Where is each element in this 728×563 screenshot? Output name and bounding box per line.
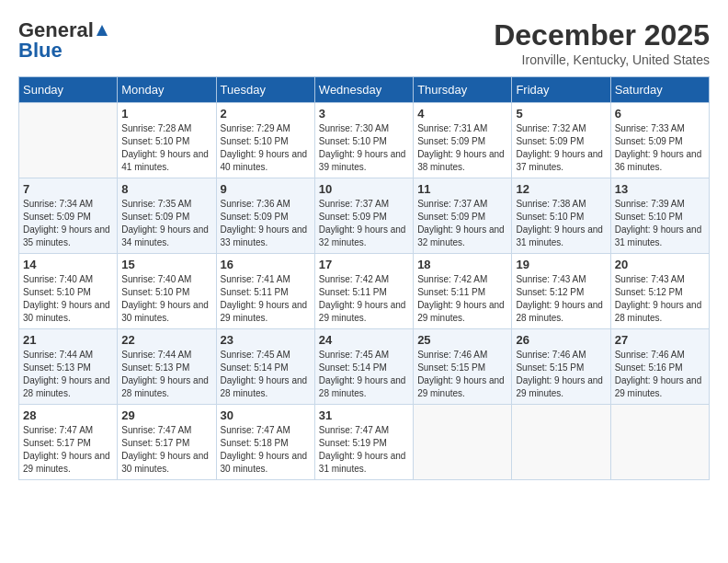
calendar-header-row: SundayMondayTuesdayWednesdayThursdayFrid… xyxy=(19,77,710,103)
day-number: 9 xyxy=(221,182,311,196)
calendar-cell: 15 Sunrise: 7:40 AMSunset: 5:10 PMDaylig… xyxy=(118,254,216,329)
day-number: 16 xyxy=(221,258,311,271)
day-number: 24 xyxy=(319,333,409,347)
day-info: Sunrise: 7:40 AMSunset: 5:10 PMDaylight:… xyxy=(23,274,110,323)
header-wednesday: Wednesday xyxy=(314,77,413,103)
day-info: Sunrise: 7:37 AMSunset: 5:09 PMDaylight:… xyxy=(417,199,505,247)
day-number: 2 xyxy=(221,107,311,121)
day-info: Sunrise: 7:40 AMSunset: 5:10 PMDaylight:… xyxy=(121,274,209,323)
header-tuesday: Tuesday xyxy=(216,77,314,103)
day-info: Sunrise: 7:46 AMSunset: 5:16 PMDaylight:… xyxy=(615,350,702,398)
day-info: Sunrise: 7:30 AMSunset: 5:10 PMDaylight:… xyxy=(319,123,406,172)
calendar-cell: 23 Sunrise: 7:45 AMSunset: 5:14 PMDaylig… xyxy=(216,329,314,405)
day-info: Sunrise: 7:46 AMSunset: 5:15 PMDaylight:… xyxy=(417,350,505,398)
logo-blue-text: Blue xyxy=(18,39,63,63)
day-number: 1 xyxy=(121,107,211,121)
day-info: Sunrise: 7:45 AMSunset: 5:14 PMDaylight:… xyxy=(221,350,308,398)
calendar-cell xyxy=(19,103,118,178)
calendar-cell: 17 Sunrise: 7:42 AMSunset: 5:11 PMDaylig… xyxy=(314,254,413,329)
day-number: 10 xyxy=(319,182,409,196)
day-info: Sunrise: 7:43 AMSunset: 5:12 PMDaylight:… xyxy=(615,274,702,323)
calendar-cell: 28 Sunrise: 7:47 AMSunset: 5:17 PMDaylig… xyxy=(19,405,118,480)
day-info: Sunrise: 7:29 AMSunset: 5:10 PMDaylight:… xyxy=(221,123,308,172)
day-info: Sunrise: 7:47 AMSunset: 5:17 PMDaylight:… xyxy=(121,425,209,474)
day-number: 15 xyxy=(121,258,211,271)
day-number: 19 xyxy=(516,258,606,271)
calendar-cell: 5 Sunrise: 7:32 AMSunset: 5:09 PMDayligh… xyxy=(512,103,610,178)
calendar-cell: 1 Sunrise: 7:28 AMSunset: 5:10 PMDayligh… xyxy=(118,103,216,178)
header-saturday: Saturday xyxy=(610,77,709,103)
calendar-cell: 20 Sunrise: 7:43 AMSunset: 5:12 PMDaylig… xyxy=(610,254,709,329)
calendar-cell: 18 Sunrise: 7:42 AMSunset: 5:11 PMDaylig… xyxy=(414,254,512,329)
page-header: General Blue December 2025 Ironville, Ke… xyxy=(18,18,710,67)
calendar-week-row: 7 Sunrise: 7:34 AMSunset: 5:09 PMDayligh… xyxy=(19,178,710,254)
day-info: Sunrise: 7:46 AMSunset: 5:15 PMDaylight:… xyxy=(516,350,603,398)
day-info: Sunrise: 7:42 AMSunset: 5:11 PMDaylight:… xyxy=(417,274,505,323)
day-number: 29 xyxy=(121,408,211,422)
day-info: Sunrise: 7:47 AMSunset: 5:17 PMDaylight:… xyxy=(23,425,110,474)
calendar-cell: 10 Sunrise: 7:37 AMSunset: 5:09 PMDaylig… xyxy=(314,178,413,254)
day-info: Sunrise: 7:43 AMSunset: 5:12 PMDaylight:… xyxy=(516,274,603,323)
calendar-cell: 31 Sunrise: 7:47 AMSunset: 5:19 PMDaylig… xyxy=(314,405,413,480)
day-number: 31 xyxy=(319,408,409,422)
day-number: 26 xyxy=(516,333,606,347)
day-number: 28 xyxy=(23,408,113,422)
day-number: 21 xyxy=(23,333,113,347)
day-number: 25 xyxy=(417,333,507,347)
calendar-cell: 7 Sunrise: 7:34 AMSunset: 5:09 PMDayligh… xyxy=(19,178,118,254)
day-info: Sunrise: 7:45 AMSunset: 5:14 PMDaylight:… xyxy=(319,350,406,398)
calendar-cell: 19 Sunrise: 7:43 AMSunset: 5:12 PMDaylig… xyxy=(512,254,610,329)
title-area: December 2025 Ironville, Kentucky, Unite… xyxy=(494,18,710,67)
calendar-week-row: 1 Sunrise: 7:28 AMSunset: 5:10 PMDayligh… xyxy=(19,103,710,178)
page-subtitle: Ironville, Kentucky, United States xyxy=(494,52,710,67)
day-number: 18 xyxy=(417,258,507,271)
calendar-cell: 3 Sunrise: 7:30 AMSunset: 5:10 PMDayligh… xyxy=(314,103,413,178)
day-info: Sunrise: 7:33 AMSunset: 5:09 PMDaylight:… xyxy=(615,123,702,172)
day-info: Sunrise: 7:42 AMSunset: 5:11 PMDaylight:… xyxy=(319,274,406,323)
day-info: Sunrise: 7:28 AMSunset: 5:10 PMDaylight:… xyxy=(121,123,209,172)
calendar-table: SundayMondayTuesdayWednesdayThursdayFrid… xyxy=(18,76,710,480)
calendar-week-row: 14 Sunrise: 7:40 AMSunset: 5:10 PMDaylig… xyxy=(19,254,710,329)
calendar-cell: 12 Sunrise: 7:38 AMSunset: 5:10 PMDaylig… xyxy=(512,178,610,254)
calendar-cell: 2 Sunrise: 7:29 AMSunset: 5:10 PMDayligh… xyxy=(216,103,314,178)
day-info: Sunrise: 7:36 AMSunset: 5:09 PMDaylight:… xyxy=(221,199,308,247)
calendar-cell xyxy=(610,405,709,480)
calendar-cell: 11 Sunrise: 7:37 AMSunset: 5:09 PMDaylig… xyxy=(414,178,512,254)
day-number: 3 xyxy=(319,107,409,121)
calendar-cell: 27 Sunrise: 7:46 AMSunset: 5:16 PMDaylig… xyxy=(610,329,709,405)
calendar-cell: 30 Sunrise: 7:47 AMSunset: 5:18 PMDaylig… xyxy=(216,405,314,480)
day-number: 20 xyxy=(615,258,705,271)
day-info: Sunrise: 7:47 AMSunset: 5:18 PMDaylight:… xyxy=(221,425,308,474)
day-info: Sunrise: 7:35 AMSunset: 5:09 PMDaylight:… xyxy=(121,199,209,247)
day-number: 27 xyxy=(615,333,705,347)
calendar-cell: 29 Sunrise: 7:47 AMSunset: 5:17 PMDaylig… xyxy=(118,405,216,480)
day-info: Sunrise: 7:37 AMSunset: 5:09 PMDaylight:… xyxy=(319,199,406,247)
calendar-cell: 22 Sunrise: 7:44 AMSunset: 5:13 PMDaylig… xyxy=(118,329,216,405)
day-info: Sunrise: 7:44 AMSunset: 5:13 PMDaylight:… xyxy=(23,350,110,398)
day-info: Sunrise: 7:32 AMSunset: 5:09 PMDaylight:… xyxy=(516,123,603,172)
calendar-cell: 24 Sunrise: 7:45 AMSunset: 5:14 PMDaylig… xyxy=(314,329,413,405)
calendar-cell: 25 Sunrise: 7:46 AMSunset: 5:15 PMDaylig… xyxy=(414,329,512,405)
day-number: 22 xyxy=(121,333,211,347)
day-number: 17 xyxy=(319,258,409,271)
day-number: 23 xyxy=(221,333,311,347)
day-number: 12 xyxy=(516,182,606,196)
logo-icon xyxy=(95,23,109,38)
header-thursday: Thursday xyxy=(414,77,512,103)
logo: General Blue xyxy=(18,18,110,63)
calendar-week-row: 21 Sunrise: 7:44 AMSunset: 5:13 PMDaylig… xyxy=(19,329,710,405)
calendar-cell: 6 Sunrise: 7:33 AMSunset: 5:09 PMDayligh… xyxy=(610,103,709,178)
day-number: 14 xyxy=(23,258,113,271)
calendar-cell: 16 Sunrise: 7:41 AMSunset: 5:11 PMDaylig… xyxy=(216,254,314,329)
calendar-cell: 14 Sunrise: 7:40 AMSunset: 5:10 PMDaylig… xyxy=(19,254,118,329)
header-sunday: Sunday xyxy=(19,77,118,103)
day-info: Sunrise: 7:47 AMSunset: 5:19 PMDaylight:… xyxy=(319,425,406,474)
calendar-cell xyxy=(414,405,512,480)
calendar-cell: 21 Sunrise: 7:44 AMSunset: 5:13 PMDaylig… xyxy=(19,329,118,405)
day-info: Sunrise: 7:31 AMSunset: 5:09 PMDaylight:… xyxy=(417,123,505,172)
day-number: 7 xyxy=(23,182,113,196)
header-friday: Friday xyxy=(512,77,610,103)
day-number: 6 xyxy=(615,107,705,121)
day-info: Sunrise: 7:38 AMSunset: 5:10 PMDaylight:… xyxy=(516,199,603,247)
calendar-cell: 13 Sunrise: 7:39 AMSunset: 5:10 PMDaylig… xyxy=(610,178,709,254)
